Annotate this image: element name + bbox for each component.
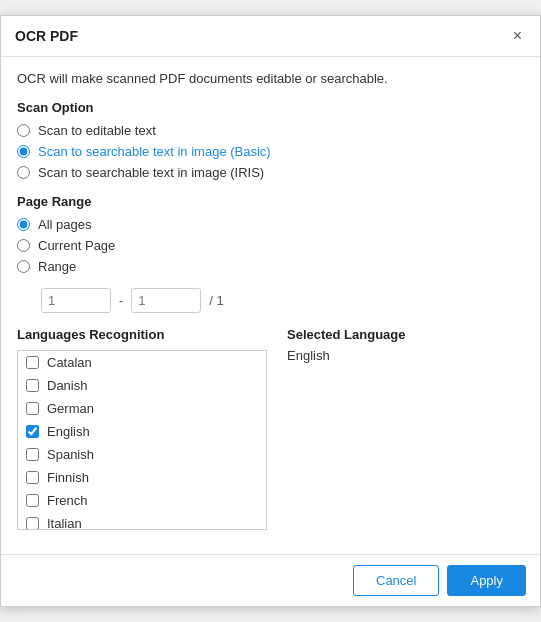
- languages-list-container: Languages Recognition Catalan Danish Ger…: [17, 327, 267, 530]
- lang-spanish[interactable]: Spanish: [18, 443, 266, 466]
- scan-editable-radio[interactable]: [17, 124, 30, 137]
- apply-button[interactable]: Apply: [447, 565, 526, 596]
- scan-searchable-basic-radio[interactable]: [17, 145, 30, 158]
- range-label: Range: [38, 259, 76, 274]
- selected-language-value: English: [287, 348, 524, 363]
- range-radio[interactable]: [17, 260, 30, 273]
- lang-german-label: German: [47, 401, 94, 416]
- range-inputs: - / 1: [41, 288, 524, 313]
- dialog-footer: Cancel Apply: [1, 554, 540, 606]
- lang-english-label: English: [47, 424, 90, 439]
- lang-french-label: French: [47, 493, 87, 508]
- lang-french[interactable]: French: [18, 489, 266, 512]
- lang-danish[interactable]: Danish: [18, 374, 266, 397]
- page-range-group: All pages Current Page Range: [17, 217, 524, 274]
- scan-searchable-basic-label: Scan to searchable text in image (Basic): [38, 144, 271, 159]
- lang-spanish-label: Spanish: [47, 447, 94, 462]
- all-pages-label: All pages: [38, 217, 91, 232]
- lang-catalan-checkbox[interactable]: [26, 356, 39, 369]
- all-pages-option[interactable]: All pages: [17, 217, 524, 232]
- lang-german[interactable]: German: [18, 397, 266, 420]
- current-page-radio[interactable]: [17, 239, 30, 252]
- scan-option-label: Scan Option: [17, 100, 524, 115]
- lang-german-checkbox[interactable]: [26, 402, 39, 415]
- lang-danish-label: Danish: [47, 378, 87, 393]
- current-page-label: Current Page: [38, 238, 115, 253]
- selected-language-section: Selected Language English: [287, 327, 524, 530]
- languages-label: Languages Recognition: [17, 327, 267, 342]
- range-option[interactable]: Range: [17, 259, 524, 274]
- lang-finnish-checkbox[interactable]: [26, 471, 39, 484]
- scan-option-searchable-iris[interactable]: Scan to searchable text in image (IRIS): [17, 165, 524, 180]
- lang-danish-checkbox[interactable]: [26, 379, 39, 392]
- ocr-pdf-dialog: OCR PDF × OCR will make scanned PDF docu…: [0, 15, 541, 607]
- close-button[interactable]: ×: [509, 26, 526, 46]
- range-from-input[interactable]: [41, 288, 111, 313]
- dialog-content: OCR will make scanned PDF documents edit…: [1, 57, 540, 554]
- lang-finnish[interactable]: Finnish: [18, 466, 266, 489]
- lang-finnish-label: Finnish: [47, 470, 89, 485]
- languages-section: Languages Recognition Catalan Danish Ger…: [17, 327, 524, 530]
- page-range-section: Page Range All pages Current Page Range …: [17, 194, 524, 313]
- title-bar: OCR PDF ×: [1, 16, 540, 57]
- current-page-option[interactable]: Current Page: [17, 238, 524, 253]
- range-separator: -: [119, 293, 123, 308]
- all-pages-radio[interactable]: [17, 218, 30, 231]
- range-to-input[interactable]: [131, 288, 201, 313]
- lang-italian-checkbox[interactable]: [26, 517, 39, 530]
- scan-option-editable[interactable]: Scan to editable text: [17, 123, 524, 138]
- description-text: OCR will make scanned PDF documents edit…: [17, 71, 524, 86]
- cancel-button[interactable]: Cancel: [353, 565, 439, 596]
- lang-catalan-label: Catalan: [47, 355, 92, 370]
- lang-italian[interactable]: Italian: [18, 512, 266, 530]
- lang-catalan[interactable]: Catalan: [18, 351, 266, 374]
- lang-english-checkbox[interactable]: [26, 425, 39, 438]
- lang-french-checkbox[interactable]: [26, 494, 39, 507]
- lang-spanish-checkbox[interactable]: [26, 448, 39, 461]
- lang-italian-label: Italian: [47, 516, 82, 530]
- scan-option-group: Scan to editable text Scan to searchable…: [17, 123, 524, 180]
- range-total: / 1: [209, 293, 223, 308]
- dialog-title: OCR PDF: [15, 28, 78, 44]
- lang-english[interactable]: English: [18, 420, 266, 443]
- languages-list[interactable]: Catalan Danish German English: [17, 350, 267, 530]
- scan-option-searchable-basic[interactable]: Scan to searchable text in image (Basic): [17, 144, 524, 159]
- scan-searchable-iris-label: Scan to searchable text in image (IRIS): [38, 165, 264, 180]
- selected-language-label: Selected Language: [287, 327, 524, 342]
- scan-editable-label: Scan to editable text: [38, 123, 156, 138]
- page-range-label: Page Range: [17, 194, 524, 209]
- scan-searchable-iris-radio[interactable]: [17, 166, 30, 179]
